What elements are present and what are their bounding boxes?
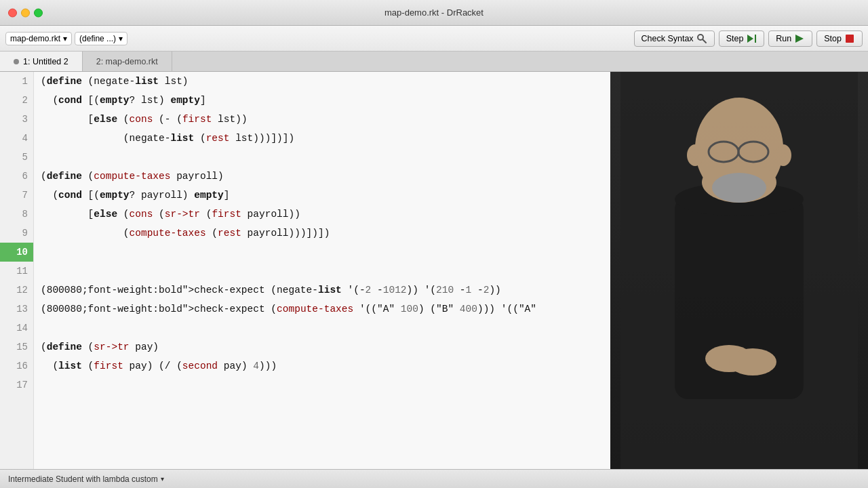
tab-map-demo[interactable]: 2: map-demo.rkt	[83, 52, 172, 71]
svg-point-16	[729, 348, 776, 375]
line-number-1: 1	[0, 72, 33, 91]
svg-point-17	[687, 144, 703, 166]
search-icon	[696, 33, 707, 44]
step-icon	[746, 33, 757, 44]
tab-untitled2[interactable]: 1: Untitled 2	[0, 52, 83, 71]
stop-label: Stop	[824, 34, 842, 43]
define-dropdown-arrow: ▾	[119, 34, 123, 43]
stop-button[interactable]: Stop	[816, 30, 863, 47]
toolbar-left: map-demo.rkt ▾ (define ...) ▾	[5, 32, 127, 45]
line-number-3: 3	[0, 110, 33, 129]
traffic-lights	[8, 8, 43, 17]
line-number-8: 8	[0, 205, 33, 224]
svg-point-18	[775, 144, 791, 166]
line-number-15: 15	[0, 338, 33, 357]
step-button[interactable]: Step	[719, 30, 765, 47]
line-number-13: 13	[0, 300, 33, 319]
tab-dot	[14, 59, 19, 64]
line-number-5: 5	[0, 148, 33, 167]
title-bar: map-demo.rkt - DrRacket	[0, 0, 868, 26]
svg-marker-4	[795, 35, 804, 43]
line-number-12: 12	[0, 281, 33, 300]
editor-area: 1234567891011121314151617 (define (negat…	[0, 72, 868, 469]
line-number-9: 9	[0, 224, 33, 243]
line-number-14: 14	[0, 319, 33, 338]
line-number-11: 11	[0, 262, 33, 281]
window-title: map-demo.rkt - DrRacket	[384, 7, 484, 18]
check-syntax-button[interactable]: Check Syntax	[634, 30, 715, 47]
line-number-16: 16	[0, 357, 33, 375]
line-number-4: 4	[0, 129, 33, 148]
line-number-6: 6	[0, 167, 33, 186]
person-silhouette	[610, 72, 868, 469]
step-label: Step	[726, 34, 744, 43]
file-dropdown-arrow: ▾	[63, 34, 67, 43]
file-dropdown[interactable]: map-demo.rkt ▾	[5, 32, 72, 45]
language-label: Intermediate Student with lambda custom	[8, 474, 158, 484]
line-number-17: 17	[0, 375, 33, 394]
file-dropdown-label: map-demo.rkt	[10, 34, 60, 43]
tab-untitled2-label: 1: Untitled 2	[23, 57, 68, 66]
language-dropdown-arrow[interactable]: ▾	[161, 475, 164, 483]
svg-line-1	[703, 39, 706, 43]
define-dropdown[interactable]: (define ...) ▾	[75, 32, 127, 45]
close-button[interactable]	[8, 8, 17, 17]
stop-icon	[844, 33, 855, 44]
svg-marker-2	[747, 35, 753, 43]
tabs-bar: 1: Untitled 2 2: map-demo.rkt	[0, 52, 868, 72]
run-button[interactable]: Run	[768, 30, 812, 47]
toolbar: map-demo.rkt ▾ (define ...) ▾ Check Synt…	[0, 26, 868, 52]
line-numbers: 1234567891011121314151617	[0, 72, 34, 469]
line-number-10: 10	[0, 243, 33, 262]
toolbar-right: Check Syntax Step Run	[634, 30, 863, 47]
maximize-button[interactable]	[34, 8, 43, 17]
line-number-2: 2	[0, 91, 33, 110]
run-label: Run	[776, 34, 791, 43]
svg-rect-5	[846, 35, 854, 43]
svg-rect-3	[755, 35, 756, 43]
status-bar: Intermediate Student with lambda custom …	[0, 469, 868, 488]
tab-map-demo-label: 2: map-demo.rkt	[96, 57, 158, 66]
define-dropdown-label: (define ...)	[79, 34, 116, 43]
minimize-button[interactable]	[21, 8, 30, 17]
svg-point-14	[712, 173, 766, 203]
line-number-7: 7	[0, 186, 33, 205]
run-icon	[794, 33, 805, 44]
webcam-overlay	[610, 72, 868, 469]
check-syntax-label: Check Syntax	[642, 34, 694, 43]
